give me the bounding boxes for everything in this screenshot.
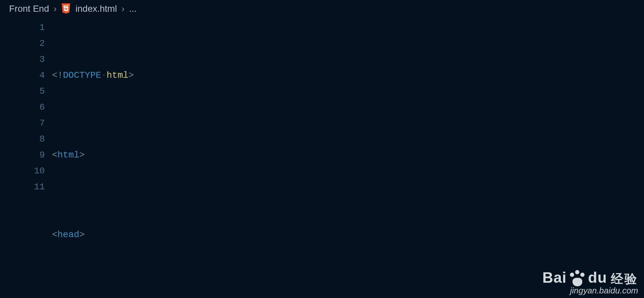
chevron-right-icon: ›: [54, 4, 57, 14]
watermark-cn: 经验: [611, 273, 638, 285]
paw-icon: [569, 270, 586, 286]
code-area[interactable]: <!DOCTYPE·html> <html> <head> <title></t…: [52, 20, 644, 298]
line-number: 9: [0, 147, 45, 163]
line-number: 5: [0, 83, 45, 99]
punct: <: [52, 227, 58, 243]
punct: >: [128, 67, 134, 83]
watermark: Baidu经验 jingyan.baidu.com: [542, 270, 638, 295]
code-line[interactable]: <!DOCTYPE·html>: [52, 67, 644, 83]
line-number: 4: [0, 67, 45, 83]
line-number: 2: [0, 35, 45, 51]
watermark-brand-right: du: [588, 270, 607, 285]
line-number: 8: [0, 131, 45, 147]
line-number: 7: [0, 115, 45, 131]
breadcrumb-more[interactable]: ...: [129, 4, 136, 14]
breadcrumb-file[interactable]: index.html: [75, 4, 117, 14]
doctype-token: DOCTYPE: [63, 67, 101, 83]
punct: >: [79, 147, 85, 163]
code-line[interactable]: <head>: [52, 227, 644, 243]
punct: <: [52, 67, 58, 83]
chevron-right-icon: ›: [122, 4, 124, 14]
doctype-root: html: [107, 67, 128, 83]
line-number: 1: [0, 20, 45, 35]
watermark-url: jingyan.baidu.com: [542, 286, 638, 295]
tag-token: head: [58, 227, 79, 243]
line-number: 3: [0, 51, 45, 67]
watermark-brand-left: Bai: [542, 270, 567, 285]
punct: !: [58, 67, 63, 83]
code-line[interactable]: <html>: [52, 147, 644, 163]
tag-token: html: [58, 147, 79, 163]
punct: <: [52, 147, 58, 163]
line-number: 10: [0, 163, 45, 179]
line-number-gutter: 1 2 3 4 5 6 7 8 9 10 11: [0, 20, 52, 298]
punct: >: [79, 227, 85, 243]
html5-icon: [61, 3, 71, 14]
breadcrumb-folder[interactable]: Front End: [9, 4, 49, 14]
whitespace-dot: ·: [101, 67, 107, 83]
breadcrumb[interactable]: Front End › index.html › ...: [0, 0, 644, 18]
code-editor[interactable]: 1 2 3 4 5 6 7 8 9 10 11 <!DOCTYPE·html> …: [0, 18, 644, 298]
line-number: 6: [0, 99, 45, 115]
line-number: 11: [0, 179, 45, 195]
